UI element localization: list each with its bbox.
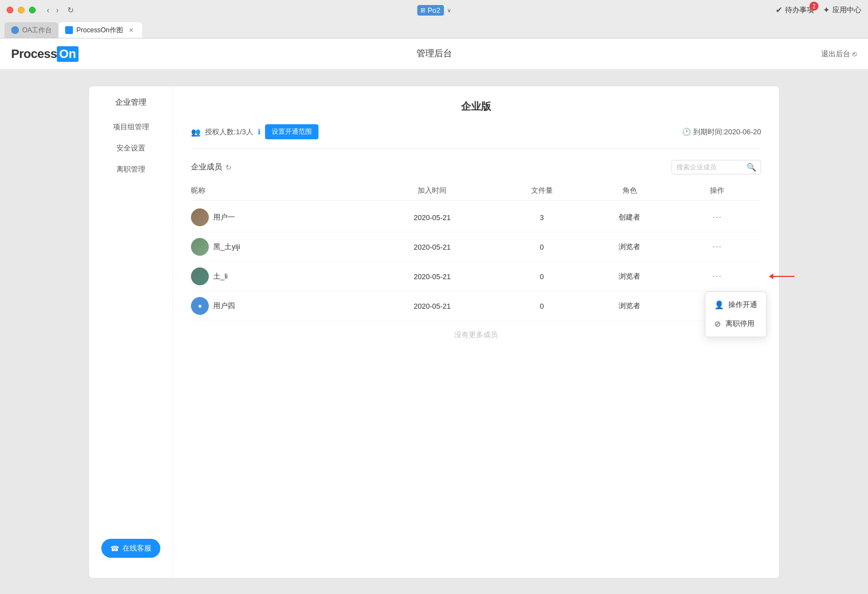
person-group-icon: 👥 [191,128,200,137]
arrow-indicator [769,276,795,277]
open-range-button[interactable]: 设置开通范围 [265,124,318,139]
app-header: Process On 管理后台 退出后台 ⎋ [0,38,868,70]
sidebar-footer: ☎ 在线客服 [92,530,169,567]
search-input[interactable] [676,163,743,171]
dropdown-menu: 👤 操作开通 ⊘ 离职停用 [705,291,767,337]
member-name: 用户一 [213,212,235,222]
cell-files: 3 [498,213,586,222]
logout-icon: ⎋ [852,50,857,58]
table-row: ● 用户四 2020-05-21 0 浏览者 ··· [191,291,761,321]
tab-oa[interactable]: OA工作台 [4,22,58,38]
expire-label: 到期时间:2020-06-20 [693,127,761,137]
cell-role: 浏览者 [586,301,674,311]
no-more-label: 没有更多成员 [191,321,761,349]
col-header-join-date: 加入时间 [366,186,498,196]
tab-oa-label: OA工作台 [22,26,52,35]
todo-badge: 2 [810,2,818,11]
back-button[interactable]: ‹ [45,4,52,16]
col-header-files: 文件量 [498,186,586,196]
more-actions-button[interactable]: ··· [713,212,722,222]
logo-on-text: On [57,46,79,62]
cell-join-date: 2020-05-21 [366,272,498,281]
sidebar-title: 企业管理 [115,98,146,108]
cell-role: 浏览者 [586,242,674,252]
content-title: 企业版 [191,100,761,113]
todo-icon: ✔ [776,5,783,15]
avatar: ● [191,297,209,315]
search-box: 🔍 [671,160,761,174]
forward-button[interactable]: › [54,4,61,16]
refresh-icon[interactable]: ↻ [225,163,232,172]
members-list: 用户一 2020-05-21 3 创建者 ··· 黑_土yiji 2020-05… [191,203,761,321]
app-center-action[interactable]: ✦ 应用中心 [823,5,861,15]
col-header-role: 角色 [586,186,674,196]
expire-info: 🕐 到期时间:2020-06-20 [682,127,761,137]
logout-button[interactable]: 退出后台 ⎋ [821,49,857,59]
tab-bar: OA工作台 ProcessOn作图 ✕ [0,20,868,38]
logo-process-text: Process [11,47,57,61]
avatar [191,267,209,285]
cell-member-info: 土_li [191,267,366,285]
processon-favicon [65,26,73,34]
sidebar-item-security-settings[interactable]: 安全设置 [89,138,173,159]
address-bar: ⊞ Po2 ∨ [417,5,451,16]
online-service-button[interactable]: ☎ 在线客服 [101,539,160,558]
nav-buttons: ‹ › [45,4,61,16]
avatar [191,208,209,226]
dropdown-arrow-icon: ∨ [447,7,451,13]
members-title-label: 企业成员 [191,162,222,172]
dropdown-open-label: 操作开通 [728,300,757,310]
traffic-lights [7,7,36,13]
table-header: 昵称 加入时间 文件量 角色 操作 [191,181,761,201]
member-name: 土_li [213,271,228,281]
app-center-icon: ✦ [823,5,830,15]
online-service-label: 在线客服 [122,543,151,553]
more-actions-button[interactable]: ··· [713,242,722,251]
col-header-actions: 操作 [673,186,761,196]
cell-actions: ··· 👤 操作开通 ⊘ 离职停用 [673,271,761,281]
member-name: 黑_土yiji [213,242,240,252]
sidebar: 企业管理 项目组管理 安全设置 离职管理 ☎ 在线客服 [89,86,173,578]
browser-chrome: ‹ › ↻ ⊞ Po2 ∨ ✔ 待办事项 2 ✦ 应用中心 O [0,0,868,38]
main-layout: 企业管理 项目组管理 安全设置 离职管理 ☎ 在线客服 企业版 👥 授 [0,70,868,594]
grid-icon: ⊞ [420,7,425,14]
minimize-window-button[interactable] [18,7,24,13]
cell-files: 0 [498,302,586,310]
cell-member-info: 黑_土yiji [191,238,366,256]
sidebar-item-project-group[interactable]: 项目组管理 [89,116,173,138]
sidebar-item-resign-management[interactable]: 离职管理 [89,159,173,180]
main-content: 企业版 👥 授权人数:1/3人 ℹ 设置开通范围 🕐 到期时间:2020-06-… [173,86,779,578]
oa-favicon [11,26,19,34]
sidebar-item-security-label: 安全设置 [116,144,145,152]
dropdown-item-open[interactable]: 👤 操作开通 [705,295,766,314]
table-row: 黑_土yiji 2020-05-21 0 浏览者 ··· [191,232,761,262]
browser-titlebar: ‹ › ↻ ⊞ Po2 ∨ ✔ 待办事项 2 ✦ 应用中心 [0,0,868,20]
auth-count: 👥 授权人数:1/3人 ℹ 设置开通范围 [191,124,318,139]
more-actions-button[interactable]: ··· [713,271,722,281]
cell-files: 0 [498,243,586,251]
table-row: 用户一 2020-05-21 3 创建者 ··· [191,203,761,232]
avatar [191,238,209,256]
col-header-nickname: 昵称 [191,186,366,196]
cell-actions: ··· [673,242,761,252]
reload-button[interactable]: ↻ [65,4,76,16]
members-header: 企业成员 ↻ 🔍 [191,160,761,174]
cell-join-date: 2020-05-21 [366,302,498,310]
cell-join-date: 2020-05-21 [366,243,498,251]
tab-processon[interactable]: ProcessOn作图 ✕ [58,22,141,38]
todo-action[interactable]: ✔ 待办事项 2 [776,5,814,15]
dropdown-resign-label: 离职停用 [725,319,754,329]
tab-close-button[interactable]: ✕ [127,26,135,34]
search-button[interactable]: 🔍 [747,163,756,172]
cell-actions: ··· [673,212,761,222]
maximize-window-button[interactable] [29,7,36,13]
clock-icon: 🕐 [682,128,691,136]
tab-processon-label: ProcessOn作图 [76,26,122,35]
cell-join-date: 2020-05-21 [366,213,498,222]
po2-label: Po2 [428,6,440,14]
table-row: 土_li 2020-05-21 0 浏览者 ··· 👤 操作开通 ⊘ 离职停用 [191,262,761,291]
close-window-button[interactable] [7,7,13,13]
dropdown-item-resign[interactable]: ⊘ 离职停用 [705,314,766,333]
stop-icon: ⊘ [714,319,721,328]
po2-badge: ⊞ Po2 [417,5,444,16]
